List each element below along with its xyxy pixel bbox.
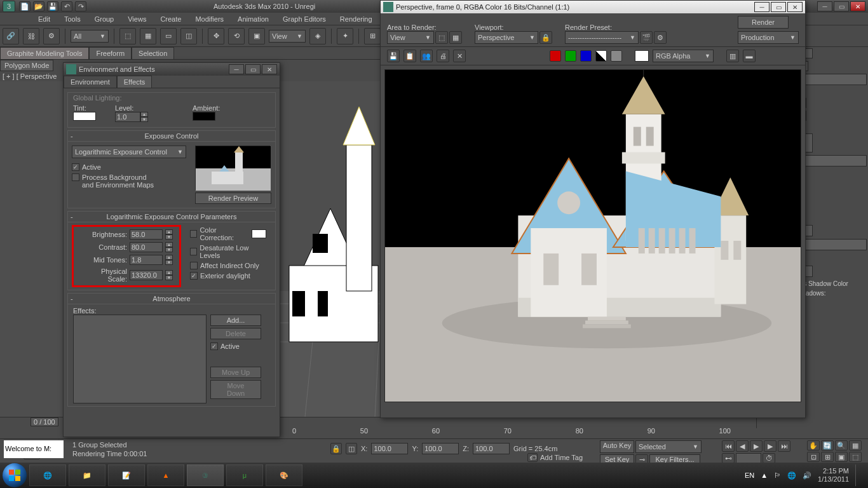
clone-image-icon[interactable]: 👥: [420, 50, 433, 62]
arc-rotate-icon[interactable]: 🔄: [821, 440, 834, 451]
viewport-label[interactable]: [ + ] [ Perspective: [0, 71, 59, 81]
channel-green-icon[interactable]: [565, 50, 576, 62]
task-paint[interactable]: 🎨: [266, 464, 302, 486]
qat-undo-icon[interactable]: ↶: [61, 1, 72, 11]
z-coord[interactable]: 100.0: [473, 443, 510, 454]
move-icon[interactable]: ✥: [208, 28, 224, 44]
menu-modifiers[interactable]: Modifiers: [194, 14, 225, 24]
ambient-color[interactable]: [193, 112, 215, 121]
pan-icon[interactable]: ✋: [807, 440, 820, 451]
atmo-active-check[interactable]: ✓: [210, 342, 218, 350]
ribbon-tab-selection[interactable]: Selection: [132, 47, 174, 59]
goto-start-icon[interactable]: ⏮: [722, 440, 735, 452]
channel-alpha-icon[interactable]: [595, 50, 607, 62]
channel-blue-icon[interactable]: [580, 50, 592, 62]
effects-list[interactable]: [73, 315, 207, 403]
link-icon[interactable]: 🔗: [3, 28, 19, 44]
lock-icon[interactable]: 🔒: [330, 443, 342, 454]
qat-redo-icon[interactable]: ↷: [75, 1, 86, 11]
task-3dsmax[interactable]: ③: [187, 464, 224, 486]
channel-red-icon[interactable]: [550, 50, 561, 62]
key-mode-icon[interactable]: ⊷: [722, 453, 735, 463]
render-output[interactable]: [384, 69, 801, 402]
autoregion-icon[interactable]: ▦: [449, 31, 462, 44]
render-preview-button[interactable]: Render Preview: [195, 193, 271, 204]
exposure-type-dropdown[interactable]: Logarithmic Exposure Control▼: [72, 146, 186, 158]
snap-icon[interactable]: ⊞: [364, 28, 381, 44]
play-icon[interactable]: ▶: [750, 440, 763, 452]
env-tab-environment[interactable]: Environment: [64, 76, 117, 88]
desat-check[interactable]: [190, 248, 197, 255]
qat-open-icon[interactable]: 📂: [33, 1, 44, 11]
menu-tools[interactable]: Tools: [63, 14, 82, 24]
pivot-icon[interactable]: ◈: [309, 28, 326, 44]
ribbon-sub-polygon[interactable]: Polygon Mode: [0, 60, 53, 71]
menu-graph-editors[interactable]: Graph Editors: [281, 14, 327, 24]
select-rect-icon[interactable]: ▭: [160, 28, 177, 44]
ribbon-tab-freeform[interactable]: Freeform: [89, 47, 132, 59]
main-close-button[interactable]: ✕: [850, 1, 865, 11]
window-crossing-icon[interactable]: ◫: [180, 28, 197, 44]
midtones-spinner[interactable]: 1.8: [130, 255, 163, 265]
x-coord[interactable]: 100.0: [371, 443, 408, 454]
tray-time[interactable]: 2:15 PM: [818, 467, 849, 475]
region-zoom-icon[interactable]: ⬚: [849, 452, 862, 462]
zoom-ext-icon[interactable]: ⊡: [807, 452, 820, 462]
add-effect-button[interactable]: Add...: [210, 315, 261, 326]
tray-network-icon[interactable]: 🌐: [787, 471, 796, 480]
print-image-icon[interactable]: 🖨: [437, 50, 449, 62]
render-max-button[interactable]: ▭: [771, 2, 786, 12]
region-icon[interactable]: ⬚: [435, 31, 448, 44]
tray-lang[interactable]: EN: [745, 471, 754, 479]
tray-up-icon[interactable]: ▲: [761, 471, 768, 479]
bind-icon[interactable]: ⚙: [43, 28, 60, 44]
main-minimize-button[interactable]: ─: [817, 1, 832, 11]
render-min-button[interactable]: ─: [754, 2, 770, 12]
task-explorer[interactable]: 📁: [69, 464, 105, 486]
env-close-button[interactable]: ✕: [262, 64, 277, 74]
process-bg-check[interactable]: [72, 173, 79, 181]
clear-image-icon[interactable]: ✕: [453, 50, 466, 62]
env-tab-effects[interactable]: Effects: [117, 76, 152, 88]
toggle-frame-icon[interactable]: ▬: [743, 50, 756, 62]
render-setup-icon[interactable]: 🎬: [640, 31, 653, 44]
level-spinner[interactable]: 1.0: [115, 112, 140, 122]
tray-volume-icon[interactable]: 🔊: [803, 471, 811, 480]
env-min-button[interactable]: ─: [229, 64, 244, 74]
channel-dropdown[interactable]: RGB Alpha▼: [653, 50, 714, 62]
scale-icon[interactable]: ▣: [248, 28, 265, 44]
physical-spinner[interactable]: 13320.0: [130, 270, 163, 280]
manip-icon[interactable]: ✦: [337, 28, 353, 44]
timetag-icon[interactable]: 🏷: [527, 453, 538, 462]
menu-rendering[interactable]: Rendering: [339, 14, 374, 24]
copy-image-icon[interactable]: 📋: [403, 50, 416, 62]
menu-create[interactable]: Create: [159, 14, 182, 24]
unlink-icon[interactable]: ⛓: [23, 28, 39, 44]
zoom-all-icon[interactable]: ⊞: [821, 452, 834, 462]
add-time-tag[interactable]: Add Time Tag: [540, 454, 583, 461]
save-image-icon[interactable]: 💾: [387, 50, 400, 62]
menu-group[interactable]: Group: [93, 14, 116, 24]
time-slider[interactable]: 0 / 100: [31, 417, 58, 426]
task-chrome[interactable]: 🌐: [29, 464, 66, 486]
ref-coord-dropdown[interactable]: View▼: [269, 30, 306, 43]
production-dropdown[interactable]: Production▼: [738, 31, 799, 44]
menu-animation[interactable]: Animation: [236, 14, 270, 24]
maximize-vp-icon[interactable]: ▣: [835, 452, 848, 462]
keymode-dropdown[interactable]: Selected▼: [635, 440, 702, 453]
qat-save-icon[interactable]: 💾: [47, 1, 58, 11]
affect-check[interactable]: [190, 262, 198, 269]
contrast-spinner[interactable]: 80.0: [130, 242, 163, 252]
tray-date[interactable]: 1/13/2011: [818, 475, 849, 484]
rotate-icon[interactable]: ⟲: [228, 28, 245, 44]
start-button[interactable]: [3, 463, 27, 487]
next-frame-icon[interactable]: ▶: [764, 440, 776, 452]
lock-viewport-icon[interactable]: 🔒: [539, 31, 552, 44]
zoom-icon[interactable]: 🔍: [835, 440, 848, 451]
area-dropdown[interactable]: View▼: [387, 31, 434, 44]
render-close-button[interactable]: ✕: [787, 2, 803, 12]
selection-filter-dropdown[interactable]: All▼: [71, 30, 109, 43]
env-max-button[interactable]: ▭: [245, 64, 261, 74]
exterior-check[interactable]: ✓: [190, 272, 198, 280]
y-coord[interactable]: 100.0: [422, 443, 459, 454]
